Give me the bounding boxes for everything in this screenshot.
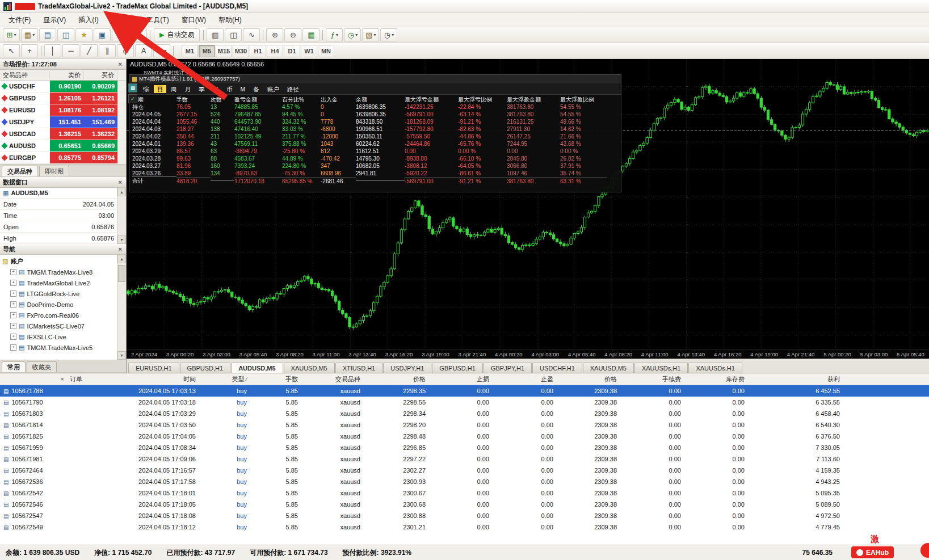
navigator-scrollbar[interactable]: ▲ ▼ bbox=[117, 255, 126, 360]
account-tree-item[interactable]: +▤TradeMaxGlobal-Live2 bbox=[2, 277, 117, 288]
templates-button[interactable]: ▧▾ bbox=[362, 28, 379, 41]
scroll-track[interactable] bbox=[117, 263, 126, 351]
navigator-tab[interactable]: 收藏夹 bbox=[27, 361, 57, 372]
report-toggle-icon[interactable]: ▦ bbox=[128, 83, 137, 92]
chart-tab[interactable]: AUDUSD,M5 bbox=[231, 363, 283, 373]
report-tab[interactable]: 年 bbox=[209, 85, 222, 93]
market-row[interactable]: EURUSD1.081761.08192 bbox=[0, 104, 126, 116]
order-row[interactable]: ▤1056717882024.04.05 17:03:13buy5.85xauu… bbox=[0, 385, 929, 397]
chart-tab[interactable]: USDCHF,H1 bbox=[532, 363, 582, 373]
indicators-button[interactable]: ƒ▾ bbox=[326, 28, 343, 41]
data-window-button[interactable]: ◫ bbox=[57, 28, 74, 41]
report-tab[interactable]: 币 bbox=[223, 85, 236, 93]
timeframe-m30-button[interactable]: M30 bbox=[233, 45, 249, 57]
close-icon[interactable]: × bbox=[117, 246, 123, 252]
report-tab[interactable]: 账户 bbox=[264, 85, 283, 93]
timeframe-w1-button[interactable]: W1 bbox=[301, 45, 317, 57]
chart-tab[interactable]: EURUSD,H1 bbox=[128, 363, 179, 373]
fibonacci-button[interactable]: φ bbox=[117, 44, 134, 57]
account-tree-item[interactable]: +▤FxPro.com-Real06 bbox=[2, 310, 117, 321]
data-window-scrollbar[interactable]: ▲ ▼ bbox=[117, 188, 126, 244]
order-row[interactable]: ▤1056725472024.04.05 17:18:08buy5.85xauu… bbox=[0, 510, 929, 521]
cursor-button[interactable]: ↖ bbox=[3, 44, 20, 57]
order-row[interactable]: ▤1056725492024.04.05 17:18:12buy5.85xauu… bbox=[0, 521, 929, 533]
chart-tab[interactable]: GBPJPY,H1 bbox=[484, 363, 532, 373]
vertical-line-button[interactable]: │ bbox=[44, 44, 61, 57]
chart-tab[interactable]: GBPUSD,H1 bbox=[180, 363, 231, 373]
order-row[interactable]: ▤1056719592024.04.05 17:08:34buy5.85xauu… bbox=[0, 442, 929, 453]
scroll-track[interactable] bbox=[117, 196, 126, 235]
order-row[interactable]: ▤1056718032024.04.05 17:03:29buy5.85xauu… bbox=[0, 408, 929, 419]
terminal-button[interactable]: ▣ bbox=[94, 28, 111, 41]
profiles-button[interactable]: ▦▾ bbox=[21, 28, 38, 41]
menu-item[interactable]: 图表(C) bbox=[105, 14, 141, 27]
report-tab[interactable]: 路径 bbox=[284, 85, 302, 93]
orders-col-header[interactable]: 止损 bbox=[431, 375, 495, 384]
orders-col-header[interactable]: 获利 bbox=[750, 375, 846, 384]
market-row[interactable]: GBPUSD1.261051.26121 bbox=[0, 92, 126, 104]
timeframe-m1-button[interactable]: M1 bbox=[182, 45, 198, 57]
expand-plus-icon[interactable]: + bbox=[10, 334, 16, 340]
expand-plus-icon[interactable]: + bbox=[10, 323, 16, 329]
eahub-badge[interactable]: EAHub bbox=[851, 546, 894, 558]
expand-plus-icon[interactable]: + bbox=[10, 269, 16, 275]
orders-col-header[interactable]: ×订单 bbox=[0, 375, 88, 384]
market-watch-col-header[interactable]: 卖价 bbox=[50, 71, 84, 79]
order-row[interactable]: ▤1056718142024.04.05 17:03:50buy5.85xauu… bbox=[0, 419, 929, 431]
market-watch-tab[interactable]: 交易品种 bbox=[2, 166, 38, 176]
scroll-thumb[interactable] bbox=[118, 265, 125, 282]
close-terminal-icon[interactable]: × bbox=[60, 376, 65, 382]
new-order-button[interactable]: + bbox=[112, 28, 129, 41]
chart-tab[interactable]: USDJPY,H1 bbox=[383, 363, 431, 373]
channel-button[interactable]: ∥ bbox=[99, 44, 116, 57]
orders-col-header[interactable]: 交易品种 bbox=[304, 375, 366, 384]
horizontal-line-button[interactable]: ─ bbox=[62, 44, 79, 57]
order-row[interactable]: ▤1056725362024.04.05 17:17:58buy5.85xauu… bbox=[0, 476, 929, 487]
report-tab[interactable]: 月 bbox=[182, 85, 195, 93]
market-row[interactable]: EURGBP0.857750.85794 bbox=[0, 152, 126, 164]
market-watch-col-header[interactable]: 买价 bbox=[84, 71, 117, 79]
report-check-icon[interactable]: ✓ bbox=[128, 94, 137, 103]
report-tab[interactable]: M bbox=[237, 85, 249, 93]
close-icon[interactable]: × bbox=[117, 179, 123, 186]
orders-col-header[interactable]: 时间 bbox=[88, 375, 201, 384]
chart-tab[interactable]: XAUUSDs,H1 bbox=[634, 363, 688, 373]
arrows-tool-button[interactable]: ↗▾ bbox=[153, 44, 170, 57]
report-tab[interactable]: 周 bbox=[167, 85, 180, 93]
chart-tab[interactable]: XAUUSD,M5 bbox=[284, 363, 335, 373]
expand-plus-icon[interactable]: + bbox=[10, 312, 16, 318]
account-tree-item[interactable]: +▤ICMarketsSC-Live07 bbox=[2, 321, 117, 331]
timeframe-h4-button[interactable]: H4 bbox=[267, 45, 283, 57]
text-tool-button[interactable]: A bbox=[135, 44, 152, 57]
timeframe-mn-button[interactable]: MN bbox=[318, 45, 334, 57]
menu-item[interactable]: 插入(I) bbox=[72, 14, 104, 27]
orders-col-header[interactable]: 价格 bbox=[559, 375, 623, 384]
order-row[interactable]: ▤1056725462024.04.05 17:18:05buy5.85xauu… bbox=[0, 499, 929, 510]
bar-chart-button[interactable]: ▥ bbox=[207, 28, 224, 41]
menu-item[interactable]: 窗口(W) bbox=[175, 14, 212, 27]
orders-col-header[interactable]: 库存费 bbox=[687, 375, 750, 384]
tree-node-accounts[interactable]: ▧ 账户 bbox=[2, 256, 117, 267]
report-tab[interactable]: 日 bbox=[154, 85, 167, 93]
order-row[interactable]: ▤1056725422024.04.05 17:18:01buy5.85xauu… bbox=[0, 487, 929, 499]
market-watch-button[interactable]: ▤ bbox=[39, 28, 56, 41]
orders-col-header[interactable]: 价格 bbox=[366, 375, 431, 384]
timeframe-m5-button[interactable]: M5 bbox=[199, 45, 215, 57]
market-row[interactable]: USDCAD1.362151.36232 bbox=[0, 128, 126, 140]
expand-plus-icon[interactable]: + bbox=[10, 301, 16, 308]
orders-col-header[interactable]: 手数 bbox=[253, 375, 304, 384]
scroll-down-icon[interactable]: ▼ bbox=[117, 235, 126, 244]
expand-plus-icon[interactable]: + bbox=[10, 290, 16, 297]
market-row[interactable]: USDJPY151.451151.469 bbox=[0, 116, 126, 128]
menu-item[interactable]: 工具(T) bbox=[140, 14, 175, 27]
time-axis[interactable]: 2 Apr 20243 Apr 00:203 Apr 03:003 Apr 05… bbox=[127, 349, 929, 359]
periods-button[interactable]: ◷▾ bbox=[344, 28, 361, 41]
statistics-panel-titlebar[interactable]: MT4插件横盘统计1.91 (QQ群:260937757) bbox=[129, 75, 621, 83]
chart-tab[interactable]: XTIUSD,H1 bbox=[335, 363, 382, 373]
chart-tab[interactable]: XAUUSDs,H1 bbox=[688, 363, 742, 373]
account-tree-item[interactable]: +▤IEXSLLC-Live bbox=[2, 331, 117, 342]
report-tab[interactable]: 季 bbox=[195, 85, 208, 93]
new-chart-button[interactable]: ⊞▾ bbox=[3, 28, 20, 41]
market-row[interactable]: USDCHF0.901900.90209 bbox=[0, 81, 126, 92]
order-row[interactable]: ▤1056718252024.04.05 17:04:05buy5.85xauu… bbox=[0, 431, 929, 442]
